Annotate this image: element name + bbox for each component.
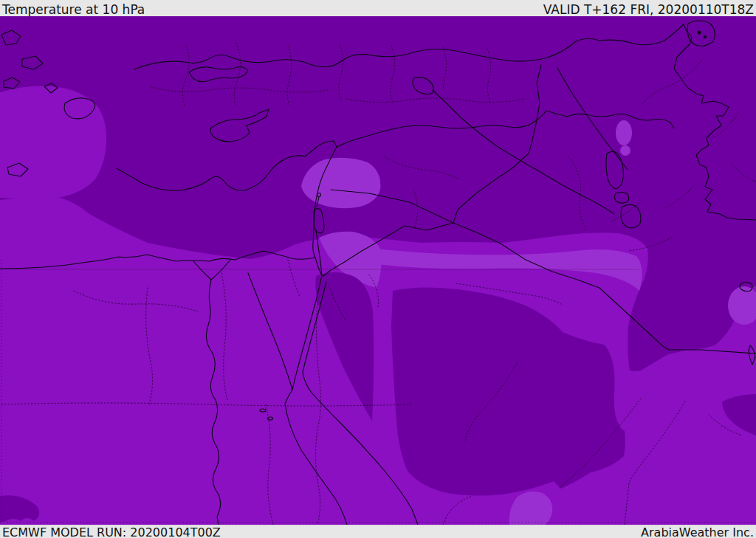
shade-warm-iraq-spot-small xyxy=(620,145,630,156)
valid-time-label: VALID T+162 FRI, 20200110T18Z xyxy=(543,0,754,16)
weather-map-canvas xyxy=(0,16,756,525)
provider-label: ArabiaWeather Inc. xyxy=(641,525,754,538)
footer-bar: ECMWF MODEL RUN: 20200104T00Z ArabiaWeat… xyxy=(0,525,756,538)
ne-lake-island xyxy=(698,31,701,34)
header-bar: Temperature at 10 hPa VALID T+162 FRI, 2… xyxy=(0,0,756,16)
ne-lake-island-2 xyxy=(704,36,707,38)
temperature-shading xyxy=(0,16,756,525)
model-run-label: ECMWF MODEL RUN: 20200104T00Z xyxy=(2,525,221,538)
map-title: Temperature at 10 hPa xyxy=(2,0,145,16)
shade-warm-iraq-spot xyxy=(616,120,632,145)
shade-mid-aegean-blob xyxy=(0,86,106,199)
weather-map xyxy=(0,16,756,525)
